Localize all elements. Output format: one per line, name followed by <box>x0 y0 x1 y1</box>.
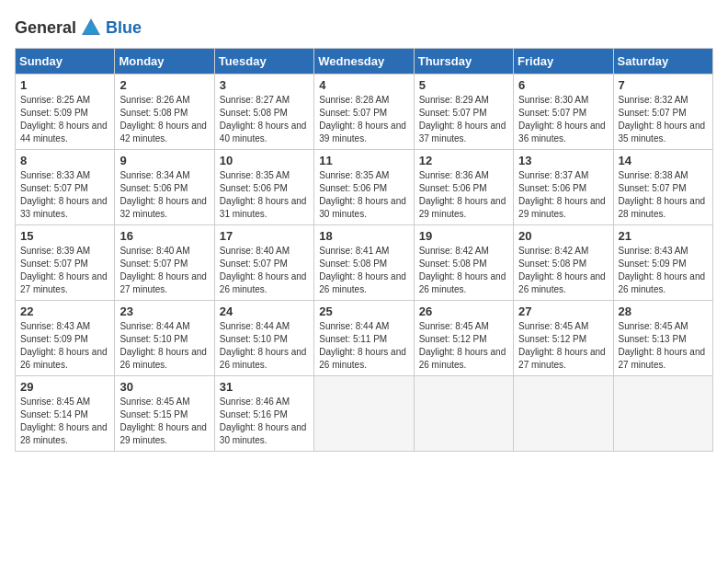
day-info: Sunrise: 8:25 AMSunset: 5:09 PMDaylight:… <box>20 94 109 145</box>
calendar-cell: 18 Sunrise: 8:41 AMSunset: 5:08 PMDaylig… <box>314 225 414 301</box>
day-number: 13 <box>518 154 608 167</box>
day-info: Sunrise: 8:41 AMSunset: 5:08 PMDaylight:… <box>319 245 408 296</box>
day-number: 26 <box>419 304 508 318</box>
calendar-cell: 7 Sunrise: 8:32 AMSunset: 5:07 PMDayligh… <box>613 75 712 150</box>
day-number: 29 <box>20 380 109 394</box>
calendar-cell: 3 Sunrise: 8:27 AMSunset: 5:08 PMDayligh… <box>214 75 313 150</box>
calendar-cell: 16 Sunrise: 8:40 AMSunset: 5:07 PMDaylig… <box>115 225 214 301</box>
calendar-cell: 28 Sunrise: 8:45 AMSunset: 5:13 PMDaylig… <box>613 301 712 376</box>
day-number: 3 <box>220 78 309 92</box>
day-info: Sunrise: 8:29 AMSunset: 5:07 PMDaylight:… <box>419 94 508 145</box>
weekday-header-sunday: Sunday <box>16 49 115 75</box>
weekday-header-thursday: Thursday <box>414 49 513 75</box>
day-info: Sunrise: 8:46 AMSunset: 5:16 PMDaylight:… <box>220 396 309 447</box>
weekday-header-wednesday: Wednesday <box>314 49 414 75</box>
calendar-week-1: 1 Sunrise: 8:25 AMSunset: 5:09 PMDayligh… <box>16 75 713 150</box>
weekday-header-monday: Monday <box>115 49 214 75</box>
calendar-cell: 19 Sunrise: 8:42 AMSunset: 5:08 PMDaylig… <box>414 225 513 301</box>
day-info: Sunrise: 8:30 AMSunset: 5:07 PMDaylight:… <box>518 94 608 145</box>
calendar-cell <box>414 376 513 452</box>
day-info: Sunrise: 8:26 AMSunset: 5:08 PMDaylight:… <box>119 94 209 145</box>
day-number: 10 <box>220 154 309 167</box>
day-info: Sunrise: 8:37 AMSunset: 5:06 PMDaylight:… <box>518 169 608 221</box>
calendar-cell: 29 Sunrise: 8:45 AMSunset: 5:14 PMDaylig… <box>16 376 115 452</box>
day-info: Sunrise: 8:33 AMSunset: 5:07 PMDaylight:… <box>20 169 109 221</box>
day-info: Sunrise: 8:35 AMSunset: 5:06 PMDaylight:… <box>220 169 309 221</box>
logo-general-text: General <box>15 18 76 38</box>
calendar-cell: 21 Sunrise: 8:43 AMSunset: 5:09 PMDaylig… <box>613 225 712 301</box>
day-info: Sunrise: 8:45 AMSunset: 5:13 PMDaylight:… <box>619 320 708 372</box>
calendar-cell: 9 Sunrise: 8:34 AMSunset: 5:06 PMDayligh… <box>115 150 214 225</box>
day-info: Sunrise: 8:40 AMSunset: 5:07 PMDaylight:… <box>119 245 209 296</box>
logo-icon <box>78 15 104 40</box>
calendar-cell: 12 Sunrise: 8:36 AMSunset: 5:06 PMDaylig… <box>414 150 513 225</box>
calendar-cell: 30 Sunrise: 8:45 AMSunset: 5:15 PMDaylig… <box>115 376 214 452</box>
calendar-cell: 15 Sunrise: 8:39 AMSunset: 5:07 PMDaylig… <box>16 225 115 301</box>
calendar-cell: 23 Sunrise: 8:44 AMSunset: 5:10 PMDaylig… <box>115 301 214 376</box>
calendar-cell: 14 Sunrise: 8:38 AMSunset: 5:07 PMDaylig… <box>613 150 712 225</box>
day-number: 11 <box>319 154 408 167</box>
calendar-cell: 24 Sunrise: 8:44 AMSunset: 5:10 PMDaylig… <box>214 301 313 376</box>
day-info: Sunrise: 8:34 AMSunset: 5:06 PMDaylight:… <box>119 169 209 221</box>
calendar-cell: 11 Sunrise: 8:35 AMSunset: 5:06 PMDaylig… <box>314 150 414 225</box>
day-info: Sunrise: 8:45 AMSunset: 5:12 PMDaylight:… <box>518 320 608 372</box>
day-number: 25 <box>319 304 408 318</box>
calendar-cell: 25 Sunrise: 8:44 AMSunset: 5:11 PMDaylig… <box>314 301 414 376</box>
svg-marker-1 <box>84 22 98 33</box>
page-header: General Blue <box>15 15 713 40</box>
calendar-cell: 17 Sunrise: 8:40 AMSunset: 5:07 PMDaylig… <box>214 225 313 301</box>
calendar-week-3: 15 Sunrise: 8:39 AMSunset: 5:07 PMDaylig… <box>16 225 713 301</box>
day-number: 14 <box>619 154 708 167</box>
day-number: 15 <box>20 229 109 243</box>
day-info: Sunrise: 8:39 AMSunset: 5:07 PMDaylight:… <box>20 245 109 296</box>
calendar-cell: 1 Sunrise: 8:25 AMSunset: 5:09 PMDayligh… <box>16 75 115 150</box>
day-info: Sunrise: 8:42 AMSunset: 5:08 PMDaylight:… <box>518 245 608 296</box>
day-info: Sunrise: 8:35 AMSunset: 5:06 PMDaylight:… <box>319 169 408 221</box>
day-number: 28 <box>619 304 708 318</box>
day-number: 17 <box>220 229 309 243</box>
day-number: 27 <box>518 304 608 318</box>
weekday-header-tuesday: Tuesday <box>214 49 313 75</box>
calendar-cell: 26 Sunrise: 8:45 AMSunset: 5:12 PMDaylig… <box>414 301 513 376</box>
calendar-table: SundayMondayTuesdayWednesdayThursdayFrid… <box>15 48 713 452</box>
day-number: 1 <box>20 78 109 92</box>
day-number: 6 <box>518 78 608 92</box>
calendar-cell: 8 Sunrise: 8:33 AMSunset: 5:07 PMDayligh… <box>16 150 115 225</box>
calendar-cell: 13 Sunrise: 8:37 AMSunset: 5:06 PMDaylig… <box>514 150 613 225</box>
day-number: 16 <box>119 229 209 243</box>
day-info: Sunrise: 8:43 AMSunset: 5:09 PMDaylight:… <box>619 245 708 296</box>
day-number: 5 <box>419 78 508 92</box>
day-number: 21 <box>619 229 708 243</box>
calendar-week-5: 29 Sunrise: 8:45 AMSunset: 5:14 PMDaylig… <box>16 376 713 452</box>
calendar-cell <box>514 376 613 452</box>
day-number: 20 <box>518 229 608 243</box>
day-number: 12 <box>419 154 508 167</box>
calendar-cell: 27 Sunrise: 8:45 AMSunset: 5:12 PMDaylig… <box>514 301 613 376</box>
day-info: Sunrise: 8:45 AMSunset: 5:14 PMDaylight:… <box>20 396 109 447</box>
day-info: Sunrise: 8:44 AMSunset: 5:10 PMDaylight:… <box>119 320 209 372</box>
day-number: 19 <box>419 229 508 243</box>
calendar-cell: 20 Sunrise: 8:42 AMSunset: 5:08 PMDaylig… <box>514 225 613 301</box>
calendar-cell: 4 Sunrise: 8:28 AMSunset: 5:07 PMDayligh… <box>314 75 414 150</box>
calendar-cell: 31 Sunrise: 8:46 AMSunset: 5:16 PMDaylig… <box>214 376 313 452</box>
day-info: Sunrise: 8:44 AMSunset: 5:11 PMDaylight:… <box>319 320 408 372</box>
weekday-header-friday: Friday <box>514 49 613 75</box>
day-number: 31 <box>220 380 309 394</box>
day-number: 2 <box>119 78 209 92</box>
day-number: 8 <box>20 154 109 167</box>
day-number: 23 <box>119 304 209 318</box>
day-info: Sunrise: 8:38 AMSunset: 5:07 PMDaylight:… <box>619 169 708 221</box>
day-info: Sunrise: 8:32 AMSunset: 5:07 PMDaylight:… <box>619 94 708 145</box>
calendar-cell <box>314 376 414 452</box>
logo-blue-text: Blue <box>106 18 142 38</box>
day-info: Sunrise: 8:44 AMSunset: 5:10 PMDaylight:… <box>220 320 309 372</box>
calendar-cell: 10 Sunrise: 8:35 AMSunset: 5:06 PMDaylig… <box>214 150 313 225</box>
day-info: Sunrise: 8:43 AMSunset: 5:09 PMDaylight:… <box>20 320 109 372</box>
day-number: 30 <box>119 380 209 394</box>
calendar-cell: 5 Sunrise: 8:29 AMSunset: 5:07 PMDayligh… <box>414 75 513 150</box>
calendar-week-4: 22 Sunrise: 8:43 AMSunset: 5:09 PMDaylig… <box>16 301 713 376</box>
day-info: Sunrise: 8:42 AMSunset: 5:08 PMDaylight:… <box>419 245 508 296</box>
calendar-cell: 6 Sunrise: 8:30 AMSunset: 5:07 PMDayligh… <box>514 75 613 150</box>
weekday-header-saturday: Saturday <box>613 49 712 75</box>
day-number: 4 <box>319 78 408 92</box>
